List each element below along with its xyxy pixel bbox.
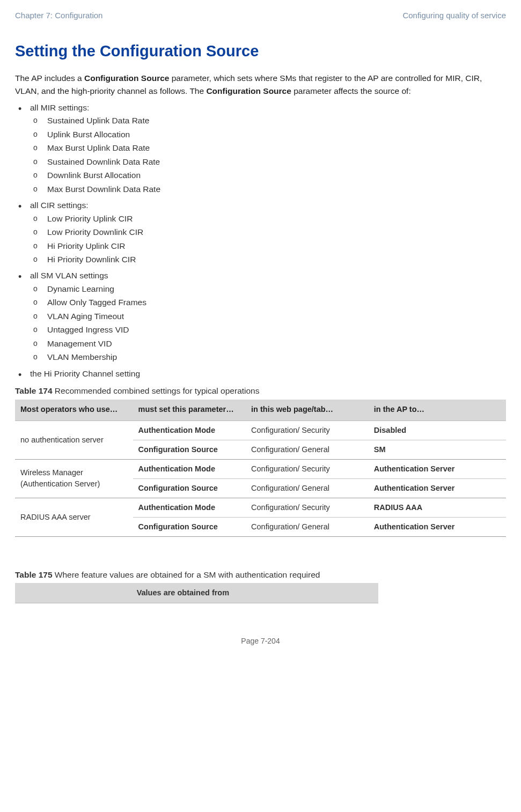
table175-caption-rest: Where feature values are obtained for a … (53, 570, 320, 579)
mir-sublist: Sustained Uplink Data Rate Uplink Burst … (30, 115, 506, 195)
page-footer: Page 7-204 (15, 636, 506, 646)
intro-bold-2: Configuration Source (206, 86, 291, 95)
table175: Values are obtained from (15, 583, 378, 603)
intro-text-a: The AP includes a (15, 73, 84, 83)
cell-param: Authentication Mode (133, 420, 246, 440)
table174-h2: in this web page/tab… (246, 400, 369, 421)
bullet-hipriority-label: the Hi Priority Channel setting (30, 369, 140, 378)
bullet-mir-label: all MIR settings: (30, 103, 89, 112)
table-row: no authentication server Authentication … (15, 420, 506, 440)
cell-apto: Disabled (369, 420, 506, 440)
table174-h0: Most operators who use… (15, 400, 133, 421)
cell-page: Configuration/ General (246, 478, 369, 498)
list-item: Sustained Downlink Data Rate (30, 156, 506, 168)
cell-apto: Authentication Server (369, 459, 506, 478)
cell-page: Configuration/ Security (246, 498, 369, 517)
list-item: Allow Only Tagged Frames (30, 297, 506, 308)
table174-header-row: Most operators who use… must set this pa… (15, 400, 506, 421)
list-item: Low Priority Downlink CIR (30, 226, 506, 238)
list-item: Untagged Ingress VID (30, 324, 506, 336)
cell-param: Configuration Source (133, 517, 246, 536)
table-row: Wireless Manager (Authentication Server)… (15, 459, 506, 478)
table175-caption-bold: Table 175 (15, 570, 53, 579)
bullet-cir-label: all CIR settings: (30, 201, 89, 210)
cell-apto: Authentication Server (369, 478, 506, 498)
header-left: Chapter 7: Configuration (15, 10, 102, 21)
cell-param: Authentication Mode (133, 498, 246, 517)
table174-h1: must set this parameter… (133, 400, 246, 421)
list-item: Downlink Burst Allocation (30, 169, 506, 181)
table-row: RADIUS AAA server Authentication Mode Co… (15, 498, 506, 517)
page-title: Setting the Configuration Source (15, 40, 506, 62)
list-item: Max Burst Downlink Data Rate (30, 183, 506, 195)
table174-caption-rest: Recommended combined settings for typica… (53, 386, 260, 395)
list-item: Uplink Burst Allocation (30, 129, 506, 141)
list-item: Hi Priority Uplink CIR (30, 240, 506, 252)
intro-text-e: parameter affects the source of: (291, 86, 411, 95)
cell-param: Configuration Source (133, 478, 246, 498)
cell-apto: RADIUS AAA (369, 498, 506, 517)
cell-param: Configuration Source (133, 440, 246, 459)
cell-param: Authentication Mode (133, 459, 246, 478)
table175-h1: Values are obtained from (131, 583, 378, 603)
bullet-list: all MIR settings: Sustained Uplink Data … (15, 102, 506, 380)
cell-page: Configuration/ General (246, 517, 369, 536)
cell-page: Configuration/ Security (246, 420, 369, 440)
bullet-mir: all MIR settings: Sustained Uplink Data … (15, 102, 506, 195)
intro-bold-1: Configuration Source (84, 73, 169, 83)
list-item: VLAN Membership (30, 351, 506, 363)
page-header: Chapter 7: Configuration Configuring qua… (15, 10, 506, 21)
table174-caption: Table 174 Recommended combined settings … (15, 385, 506, 397)
list-item: Sustained Uplink Data Rate (30, 115, 506, 127)
header-right: Configuring quality of service (402, 10, 506, 21)
table174-h3: in the AP to… (369, 400, 506, 421)
table175-h0 (15, 583, 131, 603)
list-item: Management VID (30, 338, 506, 350)
list-item: Dynamic Learning (30, 283, 506, 295)
list-item: Max Burst Uplink Data Rate (30, 142, 506, 154)
intro-paragraph: The AP includes a Configuration Source p… (15, 72, 506, 98)
vlan-sublist: Dynamic Learning Allow Only Tagged Frame… (30, 283, 506, 364)
cell-page: Configuration/ Security (246, 459, 369, 478)
table175-caption: Table 175 Where feature values are obtai… (15, 569, 506, 581)
cell-operator-2: RADIUS AAA server (15, 498, 133, 536)
bullet-hipriority: the Hi Priority Channel setting (15, 368, 506, 380)
table174-caption-bold: Table 174 (15, 386, 53, 395)
cir-sublist: Low Priority Uplink CIR Low Priority Dow… (30, 213, 506, 266)
bullet-vlan-label: all SM VLAN settings (30, 271, 108, 280)
cell-operator-1: Wireless Manager (Authentication Server) (15, 459, 133, 498)
list-item: Low Priority Uplink CIR (30, 213, 506, 225)
list-item: VLAN Aging Timeout (30, 311, 506, 322)
bullet-vlan: all SM VLAN settings Dynamic Learning Al… (15, 270, 506, 363)
cell-operator-0: no authentication server (15, 420, 133, 459)
cell-page: Configuration/ General (246, 440, 369, 459)
table175-header-row: Values are obtained from (15, 583, 378, 603)
cell-apto: SM (369, 440, 506, 459)
bullet-cir: all CIR settings: Low Priority Uplink CI… (15, 200, 506, 265)
cell-apto: Authentication Server (369, 517, 506, 536)
table174: Most operators who use… must set this pa… (15, 400, 506, 537)
list-item: Hi Priority Downlink CIR (30, 254, 506, 265)
